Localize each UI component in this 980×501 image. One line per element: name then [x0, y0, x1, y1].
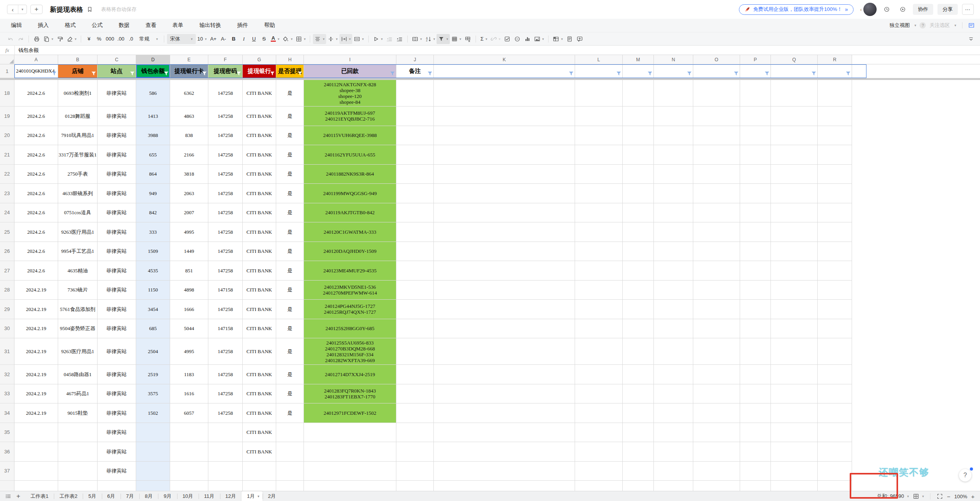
cell-P38[interactable] [740, 481, 771, 491]
cell-C20[interactable]: 菲律宾站 [98, 126, 136, 146]
cell-K35[interactable] [434, 423, 575, 442]
back-button-group[interactable]: ‹ ▾ [7, 5, 27, 14]
cell-Q35[interactable] [771, 423, 818, 442]
cell-K31[interactable] [434, 338, 575, 365]
cell-J20[interactable] [396, 126, 434, 146]
cell-E24[interactable]: 2007 [170, 203, 208, 223]
cell-G23[interactable]: CITI BANK [243, 184, 276, 203]
cell-G32[interactable]: CITI BANK [243, 365, 276, 384]
cell-J21[interactable] [396, 145, 434, 165]
cell-J35[interactable] [396, 423, 434, 442]
eraser-button[interactable]: ▾ [65, 34, 78, 44]
cell-H31[interactable]: 是 [276, 338, 304, 365]
cell-F37[interactable] [208, 462, 243, 481]
cell-I30[interactable]: 240125S2H8GG0Y-685 [304, 319, 396, 339]
cell-A34[interactable]: 2024.2.19 [14, 403, 58, 423]
cell-N1[interactable] [654, 64, 693, 78]
cell-H27[interactable]: 是 [276, 261, 304, 281]
cell-O36[interactable] [693, 442, 740, 462]
cell-H32[interactable]: 是 [276, 365, 304, 384]
sheet-tab-12月[interactable]: 12月 [220, 491, 241, 501]
filter-funnel-icon[interactable] [569, 71, 573, 76]
cell-E36[interactable] [170, 442, 208, 462]
cell-C32[interactable]: 菲律宾站 [98, 365, 136, 384]
document-search-button[interactable] [565, 34, 575, 44]
cell-J32[interactable] [396, 365, 434, 384]
cell-G30[interactable]: CITI BANK [243, 319, 276, 339]
cell-M20[interactable] [623, 126, 654, 146]
paste-button[interactable]: ▾ [42, 34, 55, 44]
cell-H21[interactable]: 是 [276, 145, 304, 165]
row-header-35[interactable]: 35 [0, 423, 14, 442]
cell-L33[interactable] [575, 384, 623, 404]
cell-P27[interactable] [740, 261, 771, 281]
zoom-level[interactable]: 100% [954, 494, 967, 499]
cell-L29[interactable] [575, 300, 623, 319]
cell-G25[interactable]: CITI BANK [243, 222, 276, 242]
cell-Q22[interactable] [771, 165, 818, 184]
cell-L1[interactable] [575, 64, 623, 78]
menu-item[interactable]: 帮助 [264, 22, 275, 29]
collapse-toolbar-button[interactable] [966, 34, 976, 44]
cell-K23[interactable] [434, 184, 575, 203]
row-header-28[interactable]: 28 [0, 281, 14, 300]
cell-J19[interactable] [396, 107, 434, 126]
cell-C36[interactable]: 菲律宾站 [98, 442, 136, 462]
cell-D28[interactable]: 1150 [136, 281, 170, 300]
cell-P20[interactable] [740, 126, 771, 146]
painter-button[interactable] [55, 34, 65, 44]
cell-M32[interactable] [623, 365, 654, 384]
cell-N32[interactable] [654, 365, 693, 384]
cell-O31[interactable] [693, 338, 740, 365]
cell-M18[interactable] [623, 80, 654, 107]
cell-M26[interactable] [623, 242, 654, 261]
percent-format-button[interactable]: % [94, 34, 104, 44]
cell-J27[interactable] [396, 261, 434, 281]
cell-C22[interactable]: 菲律宾站 [98, 165, 136, 184]
cell-R21[interactable] [818, 145, 852, 165]
cell-N27[interactable] [654, 261, 693, 281]
cell-L19[interactable] [575, 107, 623, 126]
row-header-36[interactable]: 36 [0, 442, 14, 462]
cell-M33[interactable] [623, 384, 654, 404]
cell-J18[interactable] [396, 80, 434, 107]
column-header-N[interactable]: N [654, 55, 693, 64]
cell-L38[interactable] [575, 481, 623, 491]
cell-E1[interactable]: 提现银行卡 [170, 64, 208, 78]
cell-M31[interactable] [623, 338, 654, 365]
filter-button[interactable]: ▾ [437, 34, 450, 44]
cell-P18[interactable] [740, 80, 771, 107]
cell-B18[interactable]: 0693检测剂1 [58, 80, 98, 107]
column-header-A[interactable]: A [14, 55, 58, 64]
cell-R24[interactable] [818, 203, 852, 223]
cell-G20[interactable]: CITI BANK [243, 126, 276, 146]
font-family-button[interactable]: 宋体▾ [167, 34, 196, 44]
cell-O19[interactable] [693, 107, 740, 126]
cell-Q29[interactable] [771, 300, 818, 319]
cell-F36[interactable] [208, 442, 243, 462]
cell-Q18[interactable] [771, 80, 818, 107]
column-header-M[interactable]: M [623, 55, 654, 64]
cell-B32[interactable]: 0458路由器1 [58, 365, 98, 384]
cell-F1[interactable]: 提现密码 [208, 64, 243, 78]
cell-K28[interactable] [434, 281, 575, 300]
cell-F19[interactable]: 147258 [208, 107, 243, 126]
cell-I23[interactable]: 2401199MWQGGSG-949 [304, 184, 396, 203]
cell-O30[interactable] [693, 319, 740, 339]
menu-item[interactable]: 公式 [92, 22, 103, 29]
sheet-tab-2月[interactable]: 2月 [263, 491, 281, 501]
filter-funnel-icon[interactable] [164, 71, 169, 76]
cell-G21[interactable]: CITI BANK [243, 145, 276, 165]
cell-P37[interactable] [740, 462, 771, 481]
freeze-panes-button[interactable]: ▾ [551, 34, 565, 44]
cell-C35[interactable]: 菲律宾站 [98, 423, 136, 442]
cell-F31[interactable]: 147258 [208, 338, 243, 365]
cell-G26[interactable]: CITI BANK [243, 242, 276, 261]
cell-R27[interactable] [818, 261, 852, 281]
cell-R31[interactable] [818, 338, 852, 365]
cell-E38[interactable] [170, 481, 208, 491]
cell-Q34[interactable] [771, 403, 818, 423]
cell-L32[interactable] [575, 365, 623, 384]
cell-D18[interactable]: 586 [136, 80, 170, 107]
cell-O34[interactable] [693, 403, 740, 423]
